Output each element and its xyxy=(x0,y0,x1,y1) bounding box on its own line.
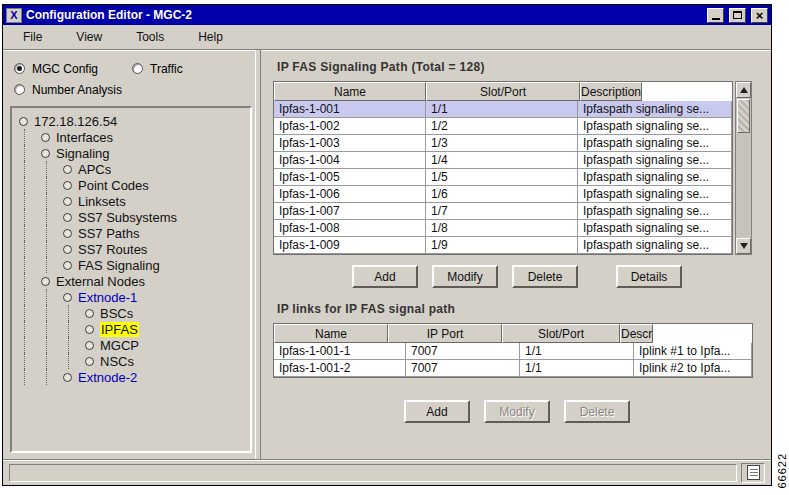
table-cell[interactable]: Ipfas-1-001 xyxy=(274,101,426,118)
menu-item[interactable]: File xyxy=(23,30,42,44)
tree-node[interactable]: Linksets xyxy=(14,193,248,209)
tree-node[interactable]: Point Codes xyxy=(14,177,248,193)
tree-node-icon[interactable] xyxy=(85,309,94,318)
radio-option[interactable]: Traffic xyxy=(132,58,250,79)
table-cell[interactable]: Ipfas-1-006 xyxy=(274,186,426,203)
tree-node-icon[interactable] xyxy=(19,117,28,126)
column-header[interactable]: Name xyxy=(274,324,388,343)
tree-node-icon[interactable] xyxy=(63,245,72,254)
table-row[interactable]: Ipfas-1-0071/7Ipfaspath signaling se... xyxy=(274,203,732,220)
table-cell[interactable]: Iplink #1 to Ipfa... xyxy=(634,343,752,360)
table-row[interactable]: Ipfas-1-001-170071/1Iplink #1 to Ipfa... xyxy=(274,343,752,360)
table-cell[interactable]: Ipfas-1-007 xyxy=(274,203,426,220)
tree-node-icon[interactable] xyxy=(63,261,72,270)
radio-option[interactable]: Number Analysis xyxy=(14,79,132,100)
tree-node-icon[interactable] xyxy=(63,213,72,222)
table-cell[interactable]: Ipfas-1-005 xyxy=(274,169,426,186)
menu-item[interactable]: Help xyxy=(198,30,223,44)
table-cell[interactable]: Ipfaspath signaling se... xyxy=(578,152,732,169)
tree-node-icon[interactable] xyxy=(85,357,94,366)
maximize-button[interactable] xyxy=(729,8,746,23)
table-cell[interactable]: Ipfaspath signaling se... xyxy=(578,220,732,237)
tree-node-icon[interactable] xyxy=(41,149,50,158)
close-button[interactable]: × xyxy=(751,8,768,23)
table-cell[interactable]: Ipfas-1-003 xyxy=(274,135,426,152)
tree-node-icon[interactable] xyxy=(63,181,72,190)
action-button[interactable]: Add xyxy=(404,400,470,423)
table-cell[interactable]: Ipfaspath signaling se... xyxy=(578,203,732,220)
tree-node[interactable]: Extnode-1 xyxy=(14,289,248,305)
table-cell[interactable]: Ipfas-1-008 xyxy=(274,220,426,237)
tree-node-icon[interactable] xyxy=(41,277,50,286)
table-row[interactable]: Ipfas-1-001-270071/1Iplink #2 to Ipfa... xyxy=(274,360,752,377)
table-row[interactable]: Ipfas-1-0051/5Ipfaspath signaling se... xyxy=(274,169,732,186)
table-cell[interactable]: Ipfaspath signaling se... xyxy=(578,101,732,118)
table-cell[interactable]: 7007 xyxy=(406,343,520,360)
window-menu-icon[interactable]: X xyxy=(6,8,22,23)
tree-node-icon[interactable] xyxy=(63,293,72,302)
scrollbar-track[interactable] xyxy=(736,134,751,238)
table-cell[interactable]: Ipfas-1-001-2 xyxy=(274,360,406,377)
tree-node[interactable]: IPFAS xyxy=(14,321,248,337)
menu-item[interactable]: Tools xyxy=(136,30,164,44)
table-cell[interactable]: Ipfaspath signaling se... xyxy=(578,237,732,254)
tree-node[interactable]: BSCs xyxy=(14,305,248,321)
tree-node[interactable]: SS7 Routes xyxy=(14,241,248,257)
tree-node[interactable]: FAS Signaling xyxy=(14,257,248,273)
table-cell[interactable]: Ipfas-1-001-1 xyxy=(274,343,406,360)
tree-node-icon[interactable] xyxy=(85,325,94,334)
action-button[interactable]: Add xyxy=(352,265,418,288)
titlebar[interactable]: X Configuration Editor - MGC-2 × xyxy=(3,5,771,25)
tree-node[interactable]: NSCs xyxy=(14,353,248,369)
radio-option[interactable]: MGC Config xyxy=(14,58,132,79)
tree-node-icon[interactable] xyxy=(41,133,50,142)
tree-node-icon[interactable] xyxy=(63,197,72,206)
table-row[interactable]: Ipfas-1-0081/8Ipfaspath signaling se... xyxy=(274,220,732,237)
tree-node[interactable]: MGCP xyxy=(14,337,248,353)
menu-item[interactable]: View xyxy=(76,30,102,44)
table-cell[interactable]: 1/1 xyxy=(426,101,578,118)
tree-node[interactable]: Extnode-2 xyxy=(14,369,248,385)
tree-node-icon[interactable] xyxy=(85,341,94,350)
column-header[interactable]: Slot/Port xyxy=(502,324,620,343)
table-cell[interactable]: 1/8 xyxy=(426,220,578,237)
minimize-button[interactable] xyxy=(707,8,724,23)
column-header[interactable]: Name xyxy=(274,82,426,101)
table-cell[interactable]: 1/3 xyxy=(426,135,578,152)
table-row[interactable]: Ipfas-1-0041/4Ipfaspath signaling se... xyxy=(274,152,732,169)
table-cell[interactable]: 1/2 xyxy=(426,118,578,135)
column-header[interactable]: IP Port xyxy=(388,324,502,343)
table-cell[interactable]: 1/9 xyxy=(426,237,578,254)
scroll-down-button[interactable] xyxy=(736,238,751,254)
table-cell[interactable]: Ipfas-1-002 xyxy=(274,118,426,135)
action-button[interactable]: Details xyxy=(616,265,682,288)
table-row[interactable]: Ipfas-1-0031/3Ipfaspath signaling se... xyxy=(274,135,732,152)
column-header[interactable]: Slot/Port xyxy=(426,82,580,101)
tree-node-icon[interactable] xyxy=(63,373,72,382)
table-cell[interactable]: Ipfaspath signaling se... xyxy=(578,118,732,135)
tree-node[interactable]: Signaling xyxy=(14,145,248,161)
table-cell[interactable]: Ipfaspath signaling se... xyxy=(578,186,732,203)
table-cell[interactable]: 1/7 xyxy=(426,203,578,220)
tree-node[interactable]: APCs xyxy=(14,161,248,177)
tree-node[interactable]: SS7 Subsystems xyxy=(14,209,248,225)
table-cell[interactable]: 1/1 xyxy=(520,360,634,377)
action-button[interactable]: Modify xyxy=(432,265,498,288)
table-row[interactable]: Ipfas-1-0011/1Ipfaspath signaling se... xyxy=(274,101,732,118)
table-cell[interactable]: 7007 xyxy=(406,360,520,377)
column-header[interactable]: Descr xyxy=(620,324,653,343)
table-cell[interactable]: 1/4 xyxy=(426,152,578,169)
table-cell[interactable]: Ipfas-1-009 xyxy=(274,237,426,254)
table-cell[interactable]: Ipfaspath signaling se... xyxy=(578,169,732,186)
table-row[interactable]: Ipfas-1-0061/6Ipfaspath signaling se... xyxy=(274,186,732,203)
table-cell[interactable]: Ipfas-1-004 xyxy=(274,152,426,169)
status-doc-cell[interactable] xyxy=(741,463,765,483)
action-button[interactable]: Delete xyxy=(512,265,578,288)
column-header[interactable]: Description xyxy=(580,82,642,101)
tree-node[interactable]: External Nodes xyxy=(14,273,248,289)
tree-node-icon[interactable] xyxy=(63,165,72,174)
table-cell[interactable]: 1/1 xyxy=(520,343,634,360)
tree-node-icon[interactable] xyxy=(63,229,72,238)
scrollbar-thumb[interactable] xyxy=(737,99,750,133)
tree-node[interactable]: SS7 Paths xyxy=(14,225,248,241)
